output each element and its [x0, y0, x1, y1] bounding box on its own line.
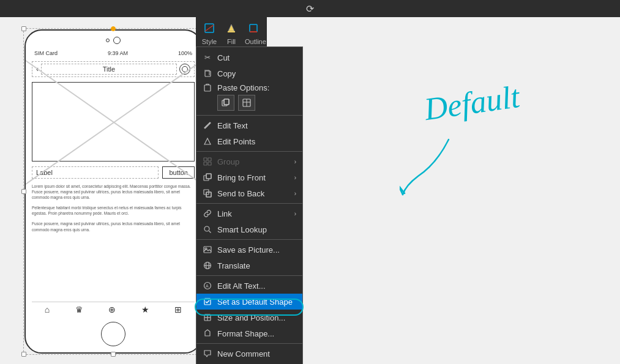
lorem-text-3: Fusce posuere, magna sed pulvinar ultric… — [32, 221, 195, 232]
svg-rect-3 — [250, 24, 257, 32]
link-icon — [203, 209, 212, 218]
edit-points-icon — [203, 136, 212, 146]
menu-item-group[interactable]: Group › — [196, 154, 302, 169]
menu-item-bring-front[interactable]: Bring to Front › — [196, 169, 302, 185]
paste-icons-row — [203, 95, 296, 111]
svg-rect-19 — [206, 174, 211, 179]
copy-icon — [203, 69, 212, 78]
favorites-icon: ★ — [141, 305, 149, 314]
sim-card-label: SIM Card — [34, 50, 58, 56]
svg-rect-8 — [224, 99, 229, 105]
new-comment-icon — [203, 349, 212, 358]
send-back-arrow: › — [294, 190, 296, 197]
menu-item-storyboarding[interactable]: Storyboarding › — [196, 362, 302, 364]
format-shape-icon — [203, 329, 212, 338]
menu-item-save-picture[interactable]: Save as Picture... — [196, 242, 302, 258]
save-picture-label: Save as Picture... — [217, 245, 280, 254]
fill-label: Fill — [223, 38, 240, 45]
menu-item-edit-text[interactable]: Edit Text — [196, 117, 302, 133]
cut-label: Cut — [217, 53, 230, 62]
phone-mockup: SIM Card 9:39 AM 100% ‹ Title Label butt… — [24, 29, 202, 354]
menu-item-send-back[interactable]: Send to Back › — [196, 185, 302, 201]
toolbar-icons-row — [201, 20, 262, 37]
save-picture-icon — [203, 245, 212, 254]
link-label: Link — [217, 209, 232, 218]
style-label: Style — [201, 38, 218, 45]
menu-item-size-position[interactable]: Size and Position... — [196, 310, 302, 325]
cut-icon: ✂ — [203, 53, 212, 62]
image-x-lines — [32, 83, 194, 161]
phone-circle — [113, 37, 121, 44]
app-icon: ⟳ — [306, 3, 314, 15]
sep-1 — [196, 115, 302, 116]
bring-front-arrow: › — [294, 174, 296, 181]
phone-notch — [32, 37, 195, 44]
edit-alt-text-icon: A — [203, 281, 212, 291]
svg-line-13 — [209, 123, 210, 124]
copy-label: Copy — [217, 69, 236, 78]
outline-icon-btn[interactable] — [245, 20, 262, 37]
svg-point-24 — [204, 226, 209, 231]
sep-4 — [196, 239, 302, 240]
send-back-icon — [203, 188, 212, 198]
edit-text-icon — [203, 121, 212, 130]
home-icon: ⌂ — [45, 305, 50, 314]
edit-alt-text-label: Edit Alt Text... — [217, 281, 266, 291]
svg-rect-15 — [208, 158, 211, 161]
svg-text:Default: Default — [422, 79, 523, 127]
menu-item-copy[interactable]: Copy — [196, 65, 302, 81]
svg-rect-5 — [205, 71, 211, 76]
top-bar: ⟳ — [0, 0, 620, 17]
toolbar-strip: Style Fill Outline — [196, 17, 267, 48]
svg-rect-6 — [204, 85, 211, 91]
phone-nav-bar: ‹ Title — [32, 61, 195, 77]
paste-format-btn-2[interactable] — [238, 95, 255, 111]
nav-title: Title — [41, 64, 177, 75]
paste-options-section: Paste Options: — [196, 81, 302, 113]
smart-lookup-label: Smart Lookup — [217, 225, 267, 234]
menu-item-edit-points[interactable]: Edit Points — [196, 133, 302, 149]
phone-dot — [106, 39, 110, 42]
paste-format-btn-1[interactable] — [217, 95, 234, 111]
svg-rect-17 — [208, 162, 211, 165]
handle-top-left[interactable] — [21, 26, 26, 31]
svg-rect-16 — [204, 162, 207, 165]
context-menu: ✂ Cut Copy Paste Option — [196, 46, 303, 364]
new-comment-label: New Comment — [217, 349, 270, 358]
battery-label: 100% — [178, 50, 192, 56]
translate-icon — [203, 261, 212, 270]
menu-icon: ⊞ — [174, 305, 182, 314]
paste-options-text: Paste Options: — [217, 83, 269, 92]
home-circle — [101, 322, 125, 346]
edit-text-label: Edit Text — [217, 121, 248, 130]
group-icon — [203, 157, 212, 166]
paste-icon — [203, 83, 212, 92]
menu-item-translate[interactable]: Translate — [196, 258, 302, 273]
phone-bottom-nav: ⌂ ♛ ⊕ ★ ⊞ — [32, 302, 195, 317]
sep-5 — [196, 275, 302, 276]
sep-6 — [196, 343, 302, 344]
style-icon-btn[interactable] — [201, 20, 218, 37]
menu-item-format-shape[interactable]: Format Shape... — [196, 325, 302, 341]
annotation-svg: Default — [400, 54, 571, 237]
bring-front-label: Bring to Front — [217, 173, 266, 182]
menu-item-cut[interactable]: ✂ Cut — [196, 50, 302, 65]
svg-line-25 — [209, 231, 211, 233]
menu-item-set-default-shape[interactable]: Set as Default Shape — [196, 294, 302, 310]
sep-3 — [196, 203, 302, 204]
svg-rect-26 — [204, 247, 211, 253]
group-label: Group — [217, 157, 239, 166]
fill-icon-btn[interactable] — [223, 20, 240, 37]
menu-item-new-comment[interactable]: New Comment — [196, 346, 302, 362]
sep-2 — [196, 151, 302, 152]
set-default-shape-label: Set as Default Shape — [217, 297, 293, 306]
menu-item-edit-alt-text[interactable]: A Edit Alt Text... — [196, 278, 302, 294]
size-position-label: Size and Position... — [217, 313, 285, 322]
handle-bottom-left[interactable] — [21, 352, 26, 357]
menu-item-smart-lookup[interactable]: Smart Lookup — [196, 221, 302, 237]
menu-item-link[interactable]: Link › — [196, 206, 302, 221]
lorem-text-1: Lorem ipsum dolor sit amet, consectetur … — [32, 184, 195, 200]
svg-text:A: A — [206, 284, 209, 288]
star-icon: ♛ — [75, 305, 83, 314]
group-arrow: › — [294, 158, 296, 165]
